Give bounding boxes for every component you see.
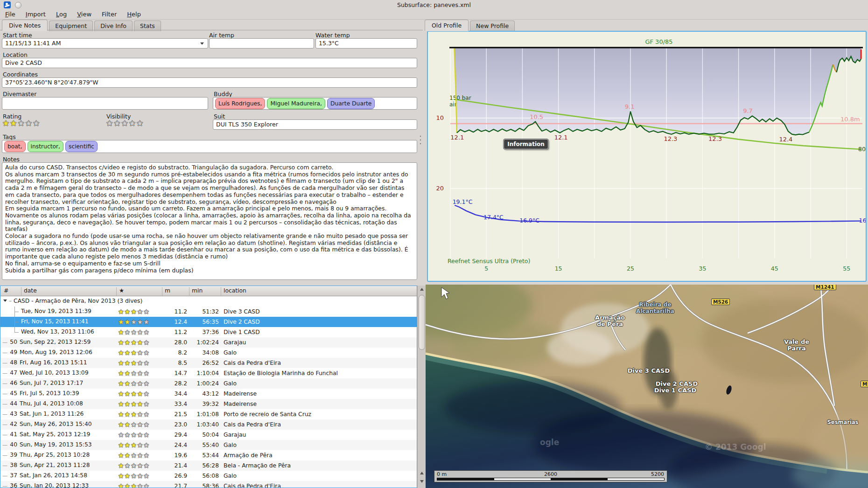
coordinates-field[interactable]: 37°05'23.460"N 8°20'47.879"W xyxy=(2,77,417,88)
col-date[interactable]: date xyxy=(21,287,37,295)
tag-pill[interactable]: instructor, xyxy=(28,141,63,152)
tab-new-profile[interactable]: New Profile xyxy=(470,21,515,31)
dive-site-label: Dive 3 CASD xyxy=(621,368,677,374)
tab-old-profile[interactable]: Old Profile xyxy=(425,20,469,31)
row-location: Galo xyxy=(224,473,237,479)
table-row[interactable]: —46Sun, Jul 7, 2013 17:17★★★★★28.21:00:2… xyxy=(0,378,417,389)
table-row[interactable]: Fri, Nov 15, 2013 11:41★★★★★12.456:35Div… xyxy=(0,317,417,327)
air-temp-label: Air temp xyxy=(209,32,234,39)
dive-list-scrollbar[interactable] xyxy=(417,286,426,488)
tags-label: Tags xyxy=(3,133,16,140)
table-row[interactable]: —39Thu, Apr 25, 2013 10:28★★★★★19.653:44… xyxy=(0,450,417,460)
row-location: Madeirense xyxy=(224,401,257,407)
dive-list-header[interactable]: # date ★ m min location xyxy=(0,286,417,296)
svg-text:GF 30/85: GF 30/85 xyxy=(645,38,672,45)
start-time-select[interactable]: 11/15/13 11:41 AM xyxy=(2,38,208,49)
row-duration: 43:12 xyxy=(189,390,219,397)
information-tooltip[interactable]: Information xyxy=(504,139,548,149)
table-row[interactable]: —42Sun, May 26, 2013 15:40★★★★★23.01:03:… xyxy=(0,419,417,430)
row-location: Garajau xyxy=(224,339,246,346)
table-row[interactable]: —44Thu, Jul 4, 2013 10:08★★★★★33.439:32M… xyxy=(0,399,417,409)
row-rating: ★★★★★ xyxy=(118,431,150,439)
tab-dive-notes[interactable]: Dive Notes xyxy=(2,20,48,31)
titlebar: Subsurface: paneves.xml xyxy=(0,0,868,9)
row-location: Garajau xyxy=(224,432,246,438)
scroll-down-icon[interactable] xyxy=(419,479,425,484)
notes-textarea[interactable]: Aula do curso CASD. Transectos c/video e… xyxy=(2,162,417,280)
air-temp-field[interactable] xyxy=(209,38,314,49)
svg-text:150 bar: 150 bar xyxy=(449,95,471,101)
scroll-up2-icon[interactable] xyxy=(419,470,425,476)
tag-pill[interactable]: scientific xyxy=(65,141,98,152)
table-row[interactable]: —38Sun, Apr 21, 2013 11:28★★★★★21.456:28… xyxy=(0,460,417,471)
row-duration: 53:44 xyxy=(189,452,219,459)
scale-zero: 0 m xyxy=(437,471,447,477)
table-row[interactable]: —40Sun, May 19, 2013 15:53★★★★★24.455:40… xyxy=(0,440,417,450)
row-location: Estação de Biologia Marinha do Funchal xyxy=(224,370,338,376)
splitter-handle[interactable] xyxy=(420,134,421,146)
row-rating: ★★★★★ xyxy=(118,359,150,367)
location-field[interactable]: Dive 2 CASD xyxy=(2,58,417,68)
buddy-pill[interactable]: Duarte Duarte xyxy=(327,98,375,109)
table-row[interactable]: —47Wed, Jul 10, 2013 13:09★★★★★14.71:10:… xyxy=(0,368,417,378)
row-location: Cais da Pedra d'Eira xyxy=(224,421,281,428)
menu-import[interactable]: Import xyxy=(21,9,51,20)
divemaster-field[interactable] xyxy=(2,97,208,110)
buddy-pill[interactable]: Luís Rodrigues, xyxy=(215,98,265,109)
menu-help[interactable]: Help xyxy=(122,9,146,20)
col-number[interactable]: # xyxy=(1,287,8,295)
rating-stars[interactable]: ★★★★★ xyxy=(2,119,40,128)
trip-group-row[interactable]: – CASD - Armação de Pêra, Nov 2013 (3 di… xyxy=(0,296,417,307)
table-row[interactable]: —50Sun, Sep 22, 2013 12:59★★★★★28.01:02:… xyxy=(0,337,417,348)
scroll-up-icon[interactable] xyxy=(419,286,425,292)
menu-log[interactable]: Log xyxy=(51,9,72,20)
row-depth: 11.2 xyxy=(162,329,187,335)
table-row[interactable]: —48Fri, Aug 16, 2013 15:11★★★★★8.526:52C… xyxy=(0,358,417,368)
dive-site-map[interactable]: Armação de PêraRibeira de AlcantarilhaVa… xyxy=(426,285,868,488)
table-row[interactable]: —49Mon, Aug 19, 2013 12:06★★★★★8.234:08G… xyxy=(0,348,417,358)
scrollbar-thumb[interactable] xyxy=(419,295,425,350)
collapse-icon[interactable] xyxy=(3,300,7,302)
map-place-label: Sesmarias xyxy=(819,419,866,425)
col-duration[interactable]: min xyxy=(189,287,203,295)
row-depth: 8.2 xyxy=(162,349,187,356)
table-row[interactable]: Tue, Nov 19, 2013 11:39★★★★★11.251:32Div… xyxy=(0,307,417,317)
table-row[interactable]: —36Sun, Jan 20, 2013 12:33★★★★★21.758:36… xyxy=(0,481,417,488)
table-row[interactable]: —45Fri, Jul 5, 2013 10:39★★★★★34.443:12M… xyxy=(0,389,417,399)
row-depth: 24.4 xyxy=(162,442,187,448)
row-duration: 50:04 xyxy=(189,432,219,438)
col-depth[interactable]: m xyxy=(162,287,170,295)
row-location: Dive 2 CASD xyxy=(224,319,260,325)
svg-text:25: 25 xyxy=(627,265,634,272)
tag-pill[interactable]: boat, xyxy=(4,141,26,152)
visibility-stars[interactable]: ★★★★★ xyxy=(106,119,144,128)
table-row[interactable]: —41Sat, May 25, 2013 12:19★★★★★29.450:04… xyxy=(0,430,417,440)
col-rating[interactable]: ★ xyxy=(116,287,124,295)
row-location: Cais da Pedra d'Eira xyxy=(224,483,281,488)
row-duration: 39:32 xyxy=(189,401,219,407)
buddy-field[interactable]: Luís Rodrigues,Miguel Madureira,Duarte D… xyxy=(213,97,417,110)
menu-filter[interactable]: Filter xyxy=(97,9,122,20)
menu-view[interactable]: View xyxy=(72,9,97,20)
water-temp-label: Water temp xyxy=(315,32,350,39)
suit-label: Suit xyxy=(214,113,225,120)
svg-text:45: 45 xyxy=(771,265,778,272)
start-time-value: 11/15/13 11:41 AM xyxy=(5,40,61,47)
row-depth: 21.7 xyxy=(162,483,187,488)
map-place-label: Vale de Parra xyxy=(775,339,819,352)
table-row[interactable]: Wed, Nov 13, 2013 11:06★★★★★11.237:36Div… xyxy=(0,327,417,337)
menu-file[interactable]: File xyxy=(0,9,21,20)
buddy-pill[interactable]: Miguel Madureira, xyxy=(267,98,325,109)
suit-field[interactable]: DUI TLS 350 Explorer xyxy=(213,119,417,130)
row-depth: 11.2 xyxy=(162,308,187,315)
divemaster-label: Divemaster xyxy=(3,91,36,98)
dive-list: # date ★ m min location – CASD - Armação… xyxy=(0,286,417,488)
table-row[interactable]: —37Sat, Jan 26, 2013 14:58★★★★★26.956:08… xyxy=(0,471,417,481)
col-location[interactable]: location xyxy=(221,287,246,295)
map-scalebar: 0 m 2600 5200 xyxy=(434,470,667,482)
row-depth: 8.5 xyxy=(162,360,187,366)
tags-field[interactable]: boat,instructor,scientific xyxy=(2,140,417,153)
row-duration: 56:35 xyxy=(189,319,219,325)
water-temp-field[interactable]: 15.3°C xyxy=(315,38,417,49)
table-row[interactable]: —43Sat, Jun 1, 2013 11:26★★★★★21.51:01:0… xyxy=(0,409,417,419)
